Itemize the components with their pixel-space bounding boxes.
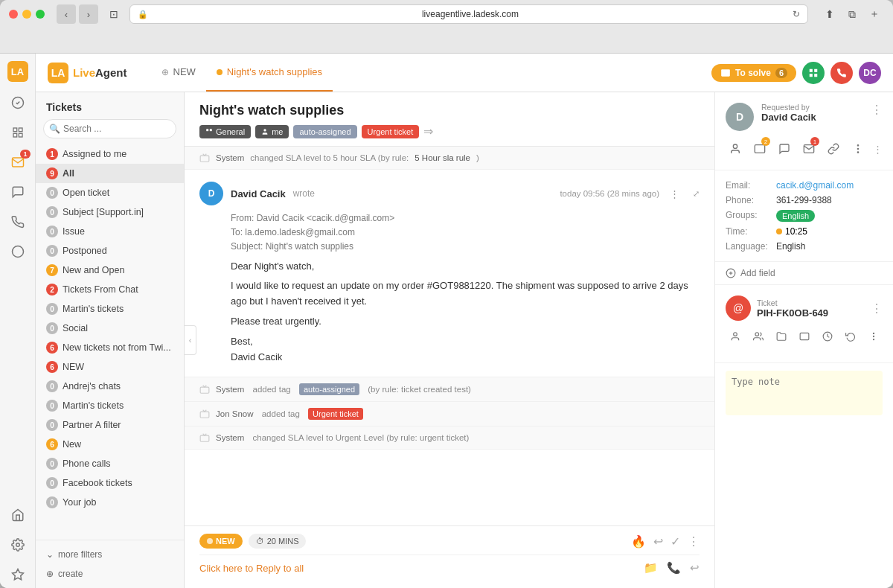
tag-forward-icon[interactable]: ⇒ xyxy=(423,124,433,138)
system-actor-1: System xyxy=(216,153,244,162)
share-button[interactable]: ⬆ xyxy=(820,4,839,24)
sidebar-item-partner-a[interactable]: 0 Partner A filter xyxy=(36,415,184,435)
tag-auto-assigned[interactable]: auto-assigned xyxy=(293,125,356,138)
reply-all-row[interactable]: Click here to Reply to all 📁 📞 ↩ xyxy=(199,555,700,581)
reader-button[interactable]: ⊡ xyxy=(104,4,124,24)
tab-ticket[interactable]: Night's watch supplies xyxy=(206,54,333,92)
redirect-icon[interactable]: ↩ xyxy=(690,561,700,575)
sidebar-item-star[interactable] xyxy=(4,561,31,588)
minimize-button[interactable] xyxy=(22,10,31,19)
sidebar-item-building[interactable] xyxy=(4,502,31,528)
ticket-more-icon[interactable] xyxy=(864,327,883,346)
sidebar-item-subject[interactable]: 0 Subject [Support.in] xyxy=(36,202,184,222)
contact-link-icon[interactable] xyxy=(824,138,842,159)
phone-reply-icon[interactable]: 📞 xyxy=(667,561,681,575)
external-link-icon[interactable]: ⤢ xyxy=(693,189,700,199)
new-tab-button[interactable]: ＋ xyxy=(865,4,884,24)
tag-general[interactable]: General xyxy=(199,125,251,138)
sidebar-item-gear[interactable] xyxy=(4,531,31,558)
tag-urgent[interactable]: Urgent ticket xyxy=(362,125,420,138)
create-item[interactable]: ⊕ create xyxy=(46,566,173,582)
ticket-more-button[interactable]: ⋮ xyxy=(871,301,883,316)
sidebar-item-new-caps[interactable]: 6 NEW xyxy=(36,357,184,377)
svg-rect-3 xyxy=(13,133,17,137)
system-message-jon-snow: Jon Snow added tag Urgent ticket xyxy=(185,402,714,426)
search-input[interactable] xyxy=(43,119,176,138)
sidebar-item-grid[interactable] xyxy=(4,119,31,146)
check-icon[interactable]: ✓ xyxy=(670,534,680,549)
flame-icon[interactable]: 🔥 xyxy=(631,534,646,549)
app-logo-full: LA LiveAgent xyxy=(48,63,127,83)
label-open-ticket: Open ticket xyxy=(63,188,173,198)
ticket-profile-icon[interactable] xyxy=(726,327,744,346)
user-avatar-button[interactable]: DC xyxy=(859,62,881,84)
contact-mail-icon[interactable]: 1 xyxy=(799,138,818,159)
label-new-not-twi: New tickets not from Twi... xyxy=(63,342,173,353)
contact-profile-icon[interactable] xyxy=(726,138,744,159)
green-action-button[interactable] xyxy=(802,62,825,84)
contact-more-icon2[interactable] xyxy=(848,138,867,159)
close-button[interactable] xyxy=(9,10,18,19)
sidebar-item-phone[interactable] xyxy=(4,208,31,235)
sidebar-item-tickets-from-chat[interactable]: 2 Tickets From Chat xyxy=(36,280,184,299)
ticket-history-icon[interactable] xyxy=(841,327,860,346)
sidebar-item-issue[interactable]: 0 Issue xyxy=(36,222,184,241)
more-filters-label: more filters xyxy=(58,549,102,560)
note-textarea[interactable] xyxy=(726,371,883,415)
ticket-group-icon[interactable] xyxy=(749,327,767,346)
sidebar-item-assigned-to-me[interactable]: 1 Assigned to me xyxy=(36,144,184,164)
ticket-clock-icon[interactable] xyxy=(818,327,836,346)
sidebar-item-social[interactable]: 0 Social xyxy=(36,319,184,338)
back-button[interactable]: ‹ xyxy=(57,4,76,24)
ticket-folder-icon[interactable] xyxy=(772,327,790,346)
add-field-button[interactable]: Add field xyxy=(715,262,893,285)
message-more-btn[interactable]: ⋮ xyxy=(667,188,682,199)
sidebar-item-mail[interactable]: 1 xyxy=(4,149,31,176)
app-logo: LA xyxy=(4,61,31,82)
sidebar-item-circle[interactable] xyxy=(4,238,31,265)
sidebar-item-martins-tickets2[interactable]: 0 Martin's tickets xyxy=(36,396,184,415)
contact-ellipsis[interactable]: ⋮ xyxy=(873,144,883,155)
sidebar-item-your-job[interactable]: 0 Your job xyxy=(36,493,184,512)
copy-button[interactable]: ⧉ xyxy=(842,4,862,24)
refresh-button[interactable]: ↻ xyxy=(793,9,800,19)
more-icon[interactable]: ⋮ xyxy=(688,534,700,549)
more-filters-item[interactable]: ⌄ more filters xyxy=(46,546,173,563)
groups-value: English xyxy=(776,210,815,222)
to-solve-button[interactable]: To solve 6 xyxy=(711,64,796,82)
forward-button[interactable]: › xyxy=(79,4,98,24)
phone-button[interactable] xyxy=(830,62,853,84)
sidebar-item-andrejs-chats[interactable]: 0 Andrej's chats xyxy=(36,377,184,396)
system-message-tag-auto: System added tag auto-assigned (by rule:… xyxy=(185,377,714,402)
sidebar-item-new[interactable]: 6 New xyxy=(36,435,184,454)
attachment-icon[interactable]: 📁 xyxy=(644,561,658,575)
maximize-button[interactable] xyxy=(36,10,45,19)
contact-more-button[interactable]: ⋮ xyxy=(871,103,883,117)
contact-ticket-icon[interactable]: 2 xyxy=(750,138,769,159)
sidebar-header: Tickets xyxy=(36,92,184,119)
address-bar[interactable]: 🔒 liveagentlive.ladesk.com ↻ xyxy=(129,4,808,24)
header-tabs: ⊕ NEW Night's watch supplies xyxy=(151,54,703,92)
sidebar-item-facebook[interactable]: 0 Facebook tickets xyxy=(36,473,184,493)
label-subject: Subject [Support.in] xyxy=(63,207,173,217)
ticket-section-header: @ Ticket PIH-FK0OB-649 ⋮ xyxy=(726,295,883,321)
ticket-mail-icon[interactable] xyxy=(795,327,813,346)
sidebar-item-all[interactable]: 9 All xyxy=(36,164,184,183)
sidebar-item-new-and-open[interactable]: 7 New and Open xyxy=(36,261,184,280)
sidebar-item-phone-calls[interactable]: 0 Phone calls xyxy=(36,454,184,473)
sidebar-item-postponed[interactable]: 0 Postponed xyxy=(36,241,184,261)
sidebar-item-martins-tickets[interactable]: 0 Martin's tickets xyxy=(36,299,184,319)
badge-phone-calls: 0 xyxy=(46,458,58,470)
reply-icon[interactable]: ↩ xyxy=(653,534,663,549)
sidebar-item-open-ticket[interactable]: 0 Open ticket xyxy=(36,183,184,202)
svg-marker-7 xyxy=(12,569,23,580)
collapse-button[interactable]: ‹ xyxy=(185,325,196,355)
tag-me[interactable]: me xyxy=(255,125,289,138)
sidebar-item-check[interactable] xyxy=(4,89,31,116)
message-content: From: David Cacik <cacik.d@gmail.com> To… xyxy=(231,211,700,365)
phone-label: Phone: xyxy=(726,195,776,205)
contact-chat-icon[interactable] xyxy=(775,138,793,159)
sidebar-item-chat[interactable] xyxy=(4,179,31,205)
tab-new[interactable]: ⊕ NEW xyxy=(151,54,206,92)
sidebar-item-new-tickets-not-twi[interactable]: 6 New tickets not from Twi... xyxy=(36,338,184,357)
